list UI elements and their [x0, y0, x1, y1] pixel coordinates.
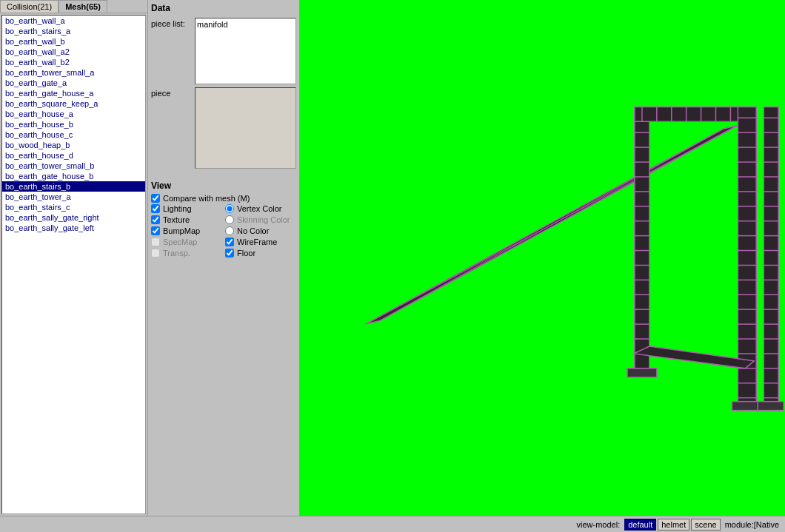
view-section-label: View: [151, 181, 296, 191]
specmap-label: SpecMap: [163, 238, 197, 246]
wireframe-label: WireFrame: [237, 238, 277, 246]
list-item[interactable]: bo_earth_wall_b: [2, 36, 145, 47]
middle-panel: Data piece list: manifold piece View Com…: [148, 0, 300, 516]
bumpmap-checkbox[interactable]: [151, 226, 160, 235]
left-panel: Collision(21) Mesh(65) bo_earth_wall_abo…: [0, 0, 148, 516]
list-item[interactable]: bo_earth_wall_a2: [2, 47, 145, 57]
list-item[interactable]: bo_earth_gate_a: [2, 78, 145, 88]
floor-checkbox[interactable]: [225, 249, 234, 257]
tab-bar: Collision(21) Mesh(65): [0, 0, 147, 13]
piece-label: piece: [151, 87, 192, 98]
transp-checkbox[interactable]: [151, 249, 160, 257]
bumpmap-label: BumpMap: [163, 226, 200, 235]
list-item[interactable]: bo_earth_wall_a: [2, 16, 145, 26]
mesh-list[interactable]: bo_earth_wall_abo_earth_stairs_abo_earth…: [1, 15, 146, 514]
floor-row: Floor: [225, 249, 296, 257]
svg-line-2: [380, 129, 723, 320]
list-item[interactable]: bo_earth_tower_small_a: [2, 67, 145, 78]
data-section-label: Data: [151, 3, 296, 13]
svg-rect-77: [758, 402, 784, 411]
svg-marker-74: [634, 346, 754, 368]
list-item[interactable]: bo_wood_heap_b: [2, 140, 145, 150]
wireframe-row: WireFrame: [225, 238, 296, 246]
texture-row: Texture: [151, 215, 222, 224]
list-item[interactable]: bo_earth_gate_house_b: [2, 171, 145, 181]
viewport[interactable]: [300, 0, 785, 516]
default-value[interactable]: default: [624, 519, 656, 531]
vertex-color-radio[interactable]: [225, 204, 234, 213]
transp-row: Transp.: [151, 249, 222, 257]
tab-mesh[interactable]: Mesh(65): [59, 0, 107, 13]
no-color-row: No Color: [225, 226, 296, 235]
compare-mesh-label: Compare with mesh (M): [163, 194, 250, 203]
piece-box[interactable]: [195, 87, 296, 169]
wireframe-checkbox[interactable]: [225, 238, 234, 246]
skinning-color-radio[interactable]: [225, 215, 234, 224]
list-item[interactable]: bo_earth_stairs_a: [2, 26, 145, 36]
view-model-label: view-model:: [574, 519, 624, 530]
list-item[interactable]: bo_earth_gate_house_a: [2, 88, 145, 98]
piece-list-row: piece list: manifold: [151, 18, 296, 84]
vertex-color-row: Vertex Color: [225, 204, 296, 213]
scene-value[interactable]: scene: [691, 519, 720, 531]
no-color-radio[interactable]: [225, 226, 234, 235]
list-item[interactable]: bo_earth_tower_a: [2, 192, 145, 202]
compare-mesh-checkbox[interactable]: [151, 194, 160, 203]
svg-rect-75: [627, 368, 657, 377]
texture-label: Texture: [163, 215, 190, 224]
module-label: module:[Native: [722, 519, 782, 530]
no-color-label: No Color: [237, 226, 269, 235]
3d-viewport-svg: [300, 0, 785, 516]
compare-mesh-row: Compare with mesh (M): [151, 194, 296, 203]
svg-marker-53: [764, 107, 778, 408]
piece-list-value: manifold: [197, 20, 228, 29]
texture-checkbox[interactable]: [151, 215, 160, 224]
svg-rect-76: [732, 402, 761, 411]
vertex-color-label: Vertex Color: [237, 204, 282, 213]
skinning-color-row: Skinning Color: [225, 215, 296, 224]
view-options-grid: Lighting Vertex Color Texture Skinning C…: [151, 203, 296, 258]
list-item[interactable]: bo_earth_sally_gate_left: [2, 223, 145, 233]
view-section: View Compare with mesh (M) Lighting Vert…: [151, 181, 296, 258]
list-item[interactable]: bo_earth_house_b: [2, 119, 145, 129]
skinning-color-label: Skinning Color: [237, 215, 290, 224]
lighting-label: Lighting: [163, 204, 192, 213]
piece-list-box[interactable]: manifold: [195, 18, 296, 84]
list-item[interactable]: bo_earth_stairs_c: [2, 202, 145, 212]
piece-row: piece: [151, 87, 296, 169]
list-item[interactable]: bo_earth_stairs_b: [2, 181, 145, 192]
helmet-value[interactable]: helmet: [658, 519, 689, 531]
list-item[interactable]: bo_earth_wall_b2: [2, 57, 145, 67]
list-item[interactable]: bo_earth_tower_small_b: [2, 161, 145, 171]
lighting-checkbox[interactable]: [151, 204, 160, 213]
svg-marker-3: [635, 110, 649, 375]
status-bar: view-model: default helmet scene module:…: [0, 516, 785, 532]
list-item[interactable]: bo_earth_house_d: [2, 150, 145, 161]
list-item[interactable]: bo_earth_sally_gate_right: [2, 212, 145, 223]
specmap-row: SpecMap: [151, 238, 222, 246]
svg-marker-24: [635, 107, 745, 121]
floor-label: Floor: [237, 249, 255, 257]
transp-label: Transp.: [163, 249, 190, 257]
list-item[interactable]: bo_earth_house_a: [2, 109, 145, 119]
list-item[interactable]: bo_earth_square_keep_a: [2, 98, 145, 109]
bumpmap-row: BumpMap: [151, 226, 222, 235]
list-item[interactable]: bo_earth_house_c: [2, 129, 145, 140]
piece-list-label: piece list:: [151, 18, 192, 28]
lighting-row: Lighting: [151, 204, 222, 213]
tab-collision[interactable]: Collision(21): [0, 0, 59, 13]
specmap-checkbox[interactable]: [151, 238, 160, 246]
